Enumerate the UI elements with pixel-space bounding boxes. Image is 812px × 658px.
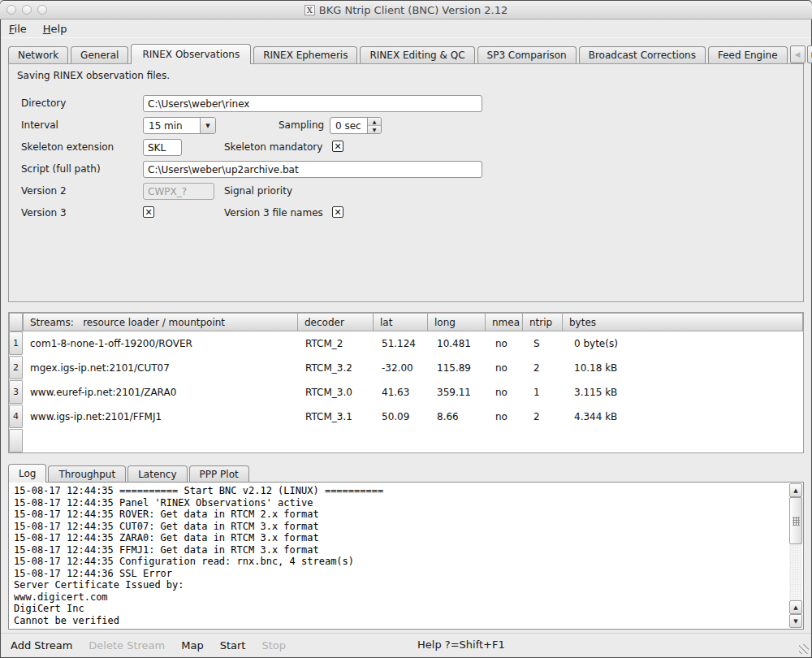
menu-bar: File Help: [1, 20, 811, 38]
table-row[interactable]: www.igs-ip.net:2101/FFMJ1 RTCM_3.1 50.09…: [23, 405, 803, 429]
scroll-up-icon[interactable]: ▲: [789, 483, 802, 497]
tab-scroll-left-icon[interactable]: ◀: [790, 45, 806, 63]
scroll-up-icon[interactable]: ▲: [789, 600, 802, 614]
cell-ntrip: S: [526, 338, 567, 349]
row-header-1[interactable]: 1: [9, 331, 23, 355]
tab-rinex-editing-qc[interactable]: RINEX Editing & QC: [360, 46, 474, 63]
cell-bytes: 10.18 kB: [567, 362, 803, 374]
cell-ntrip: 2: [526, 411, 567, 422]
table-row[interactable]: mgex.igs-ip.net:2101/CUT07 RTCM_3.2 -32.…: [23, 356, 803, 380]
start-button[interactable]: Start: [220, 639, 246, 652]
stop-button: Stop: [261, 639, 286, 652]
sampling-value: 0 sec: [330, 118, 367, 133]
cell-ntrip: 2: [526, 362, 567, 374]
cell-long: 10.481: [430, 338, 488, 349]
cell-mountpoint: com1-8-none-1-off-19200/ROVER: [23, 338, 298, 349]
tab-feed-engine[interactable]: Feed Engine: [708, 46, 788, 63]
help-shortcut-label: Help ?=Shift+F1: [417, 639, 505, 651]
log-tab-bar: Log Throughput Latency PPP Plot: [8, 463, 251, 482]
tab-broadcast-corrections[interactable]: Broadcast Corrections: [579, 46, 706, 63]
table-header-row: Streams: resource loader / mountpoint de…: [23, 313, 803, 331]
version2-row: Version 2 CWPX_? Signal priority: [9, 183, 803, 200]
tab-sp3-comparison[interactable]: SP3 Comparison: [477, 46, 577, 63]
header-mountpoint[interactable]: Streams: resource loader / mountpoint: [23, 313, 298, 331]
sampling-spinner[interactable]: 0 sec ▲ ▼: [330, 117, 382, 134]
menu-help[interactable]: Help: [43, 23, 67, 35]
version2-input[interactable]: CWPX_?: [143, 183, 214, 200]
cell-bytes: 0 byte(s): [567, 338, 803, 349]
row-header-4[interactable]: 4: [9, 405, 23, 428]
interval-dropdown[interactable]: 15 min ▼: [143, 117, 216, 134]
spinner-down-icon[interactable]: ▼: [368, 126, 381, 133]
menu-file[interactable]: File: [9, 23, 27, 35]
tab-ppp-plot[interactable]: PPP Plot: [189, 465, 249, 482]
version3-checkbox[interactable]: ✕: [143, 206, 154, 218]
tab-scroll-buttons: ◀ ▶: [790, 45, 812, 63]
header-decoder[interactable]: decoder: [297, 313, 374, 331]
log-scrollbar[interactable]: ▲ ▲ ▼: [789, 483, 802, 628]
skeleton-row: Skeleton extension SKL Skeleton mandator…: [9, 139, 803, 156]
interval-value: 15 min: [144, 120, 200, 132]
cell-mountpoint: www.igs-ip.net:2101/FFMJ1: [23, 411, 298, 422]
log-text: 15-08-17 12:44:35 ========== Start BNC v…: [9, 483, 803, 629]
header-long[interactable]: long: [427, 313, 486, 331]
sampling-label: Sampling: [279, 119, 324, 131]
header-ntrip[interactable]: ntrip: [522, 313, 563, 331]
add-stream-button[interactable]: Add Stream: [11, 639, 72, 652]
map-button[interactable]: Map: [181, 639, 203, 652]
row-header-2[interactable]: 2: [9, 356, 23, 379]
spinner-up-icon[interactable]: ▲: [368, 118, 381, 126]
directory-input[interactable]: C:\Users\weber\rinex: [143, 95, 482, 112]
cell-long: 115.89: [430, 362, 488, 374]
cell-lat: 50.09: [374, 411, 430, 422]
delete-stream-button: Delete Stream: [89, 639, 165, 652]
row-header-3[interactable]: 3: [9, 380, 23, 404]
script-input[interactable]: C:\Users\weber\up2archive.bat: [143, 161, 482, 178]
table-row[interactable]: www.euref-ip.net:2101/ZARA0 RTCM_3.0 41.…: [23, 380, 803, 405]
app-icon: X: [304, 5, 315, 15]
tab-latency[interactable]: Latency: [127, 465, 187, 482]
version3-label: Version 3: [21, 207, 67, 219]
tab-rinex-ephemeris[interactable]: RINEX Ephemeris: [253, 46, 357, 63]
tab-log[interactable]: Log: [8, 464, 46, 483]
tab-throughput[interactable]: Throughput: [48, 465, 126, 482]
cell-nmea: no: [488, 411, 526, 422]
scroll-down-icon[interactable]: ▼: [789, 614, 802, 628]
cell-lat: 41.63: [374, 387, 430, 398]
script-label: Script (full path): [21, 163, 101, 175]
title-bar: X BKG Ntrip Client (BNC) Version 2.12: [0, 0, 812, 19]
skeleton-extension-input[interactable]: SKL: [143, 139, 182, 156]
tab-general[interactable]: General: [71, 46, 128, 63]
cell-mountpoint: mgex.igs-ip.net:2101/CUT07: [23, 362, 298, 374]
header-bytes[interactable]: bytes: [562, 313, 803, 331]
table-row[interactable]: com1-8-none-1-off-19200/ROVER RTCM_2 51.…: [23, 331, 803, 356]
scrollbar-thumb[interactable]: [789, 497, 802, 544]
row-header-empty: [9, 429, 23, 452]
panel-description: Saving RINEX observation files.: [17, 70, 170, 81]
row-header-column: 1 2 3 4: [9, 331, 23, 453]
directory-row: Directory C:\Users\weber\rinex: [9, 95, 803, 112]
log-output: 15-08-17 12:44:35 ========== Start BNC v…: [8, 482, 804, 630]
cell-long: 8.66: [430, 411, 488, 422]
cell-mountpoint: www.euref-ip.net:2101/ZARA0: [23, 387, 298, 398]
tab-network[interactable]: Network: [8, 46, 68, 63]
checkbox-checked-icon: ✕: [334, 208, 341, 217]
rinex-observations-panel: Saving RINEX observation files. Director…: [8, 63, 804, 302]
cell-decoder: RTCM_3.2: [298, 362, 374, 374]
tab-rinex-observations[interactable]: RINEX Observations: [131, 44, 251, 64]
resize-grip[interactable]: [799, 644, 809, 654]
main-tab-bar: Network General RINEX Observations RINEX…: [8, 44, 804, 63]
cell-lat: 51.124: [374, 338, 430, 349]
cell-decoder: RTCM_3.0: [298, 387, 374, 398]
skeleton-mandatory-checkbox[interactable]: ✕: [332, 141, 343, 152]
tab-scroll-right-icon[interactable]: ▶: [807, 45, 812, 63]
version3-filenames-checkbox[interactable]: ✕: [332, 206, 343, 218]
spinner-buttons: ▲ ▼: [367, 118, 381, 133]
table-corner-cell: [9, 313, 23, 331]
bottom-action-bar: Add Stream Delete Stream Map Start Stop …: [1, 633, 811, 656]
chevron-down-icon[interactable]: ▼: [200, 118, 215, 133]
cell-ntrip: 1: [526, 387, 567, 398]
skeleton-mandatory-label: Skeleton mandatory: [224, 141, 322, 153]
header-nmea[interactable]: nmea: [485, 313, 523, 331]
header-lat[interactable]: lat: [373, 313, 428, 331]
